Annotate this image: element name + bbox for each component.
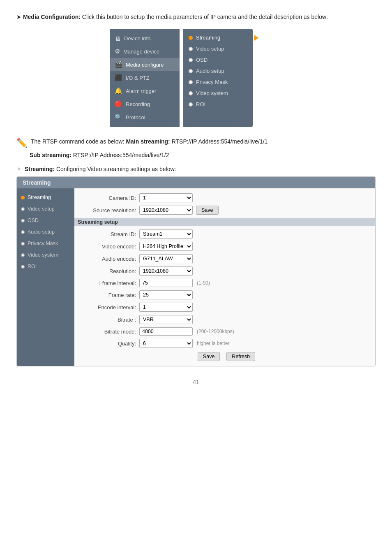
source-resolution-row: Source resolution: 1920x1080 1280x720 Sa… xyxy=(83,206,367,215)
rtsp-main-value: RTSP://IP Address:554/media/live/1/1 xyxy=(172,138,268,145)
streaming-setup-title: Streaming setup xyxy=(74,218,375,226)
bitrate-mode-hint: (200-12000kbps) xyxy=(197,329,234,334)
bitrate-mode-row: Bitrate mode: (200-12000kbps) xyxy=(83,327,367,336)
rtsp-main-label: Main streaming: xyxy=(126,138,170,145)
submenu-roi[interactable]: ROI xyxy=(183,99,253,110)
bitrate-mode-label: Bitrate mode: xyxy=(83,329,136,335)
menu-item-label: Device info. xyxy=(124,35,152,42)
sidebar-video-setup-dot xyxy=(21,207,25,211)
submenu-streaming[interactable]: Streaming xyxy=(183,32,253,43)
sidebar-video-setup-label: Video setup xyxy=(28,206,55,212)
panel-sidebar-osd[interactable]: OSD xyxy=(17,215,74,226)
submenu-audio-setup[interactable]: Audio setup xyxy=(183,65,253,76)
menu-item-device-info[interactable]: 🖥 Device info. xyxy=(110,32,180,45)
resolution-label: Resolution: xyxy=(83,268,136,274)
sidebar-osd-label: OSD xyxy=(28,218,39,223)
iframe-interval-control: (1-90) xyxy=(139,279,210,287)
video-encode-control: H264 High Profile H265 MJPEG xyxy=(139,242,193,251)
camera-id-select[interactable]: 1 2 xyxy=(139,193,193,202)
submenu-privacy-mask[interactable]: Privacy Mask xyxy=(183,76,253,88)
menu-left: 🖥 Device info. ⚙ Manage device 🎬 Media c… xyxy=(110,29,180,127)
sidebar-privacy-mask-label: Privacy Mask xyxy=(28,241,58,246)
panel-main: Camera ID: 1 2 Source resolution: 1920x1… xyxy=(74,188,375,366)
privacy-mask-dot xyxy=(189,80,193,84)
sub-streaming-note: Sub streaming: RTSP://IP Address:554/med… xyxy=(30,152,376,158)
intro-paragraph: ➤ Media Configuration: Click this button… xyxy=(16,12,376,21)
encode-interval-label: Encode interval: xyxy=(83,304,136,310)
resolution-row: Resolution: 1920x1080 1280x720 640x480 xyxy=(83,266,367,276)
sidebar-streaming-dot xyxy=(21,196,25,199)
menu-item-manage-device[interactable]: ⚙ Manage device xyxy=(110,45,180,58)
menu-item-label: I/O & PTZ xyxy=(126,75,150,81)
quality-row: Quality: 1234 56789 higher is better xyxy=(83,339,367,348)
camera-id-label: Camera ID: xyxy=(83,195,136,201)
quality-control: 1234 56789 higher is better xyxy=(139,339,229,348)
video-encode-row: Video encode: H264 High Profile H265 MJP… xyxy=(83,242,367,251)
video-setup-dot xyxy=(189,47,193,51)
stream-id-control: Stream1 Stream2 xyxy=(139,229,193,239)
encode-interval-row: Encode interval: 1 2 3 xyxy=(83,303,367,312)
iframe-interval-input[interactable] xyxy=(139,279,193,287)
refresh-button[interactable]: Refresh xyxy=(226,352,255,361)
sidebar-roi-dot xyxy=(21,265,25,269)
submenu-osd[interactable]: OSD xyxy=(183,54,253,65)
audio-setup-dot xyxy=(189,69,193,73)
panel-sidebar-streaming[interactable]: Streaming xyxy=(17,192,74,203)
menu-diagram: 🖥 Device info. ⚙ Manage device 🎬 Media c… xyxy=(110,29,282,127)
alarm-trigger-icon: 🔔 xyxy=(115,87,122,95)
frame-rate-select[interactable]: 25 30 15 10 5 xyxy=(139,290,193,299)
media-configure-icon: 🎬 xyxy=(115,61,122,68)
panel-sidebar-video-setup[interactable]: Video setup xyxy=(17,203,74,215)
intro-label: Media Configuration: xyxy=(23,14,81,20)
bitrate-row: Bitrate : VBR CBR xyxy=(83,315,367,324)
stream-id-select[interactable]: Stream1 Stream2 xyxy=(139,229,193,239)
resolution-select[interactable]: 1920x1080 1280x720 640x480 xyxy=(139,266,193,276)
streaming-description: Configuring Video streaming settings as … xyxy=(56,166,176,172)
frame-rate-label: Frame rate: xyxy=(83,292,136,298)
menu-item-label: Media configure xyxy=(126,62,164,68)
panel-sidebar-privacy-mask[interactable]: Privacy Mask xyxy=(17,238,74,249)
submenu-label: Privacy Mask xyxy=(196,79,228,85)
save-button[interactable]: Save xyxy=(198,352,220,361)
encode-interval-select[interactable]: 1 2 3 xyxy=(139,303,193,312)
submenu-video-system[interactable]: Video system xyxy=(183,88,253,99)
menu-item-label: Recording xyxy=(126,101,150,107)
menu-item-io-ptz[interactable]: ⬛ I/O & PTZ xyxy=(110,71,180,84)
panel-sidebar-roi[interactable]: ROI xyxy=(17,261,74,272)
source-resolution-save-button[interactable]: Save xyxy=(196,206,219,215)
bitrate-mode-input[interactable] xyxy=(139,327,193,336)
video-encode-select[interactable]: H264 High Profile H265 MJPEG xyxy=(139,242,193,251)
menu-item-protocol[interactable]: 🔍 Protocol xyxy=(110,111,180,124)
audio-encode-row: Audio encode: G711_ALAW G711_ULAW AAC xyxy=(83,254,367,263)
streaming-panel-header: Streaming xyxy=(17,177,375,188)
iframe-interval-label: I frame interval: xyxy=(83,280,136,286)
bitrate-select[interactable]: VBR CBR xyxy=(139,315,193,324)
sub-streaming-label: Sub streaming: xyxy=(30,152,71,158)
source-resolution-label: Source resolution: xyxy=(83,207,136,213)
sidebar-audio-setup-label: Audio setup xyxy=(28,229,55,235)
menu-item-alarm-trigger[interactable]: 🔔 Alarm trigger xyxy=(110,84,180,97)
sub-streaming-value: RTSP://IP Address:554/media/live/1/2 xyxy=(73,152,169,158)
streaming-dot xyxy=(189,36,193,40)
iframe-interval-row: I frame interval: (1-90) xyxy=(83,279,367,287)
encode-interval-control: 1 2 3 xyxy=(139,303,193,312)
iframe-interval-hint: (1-90) xyxy=(197,280,210,286)
quality-select[interactable]: 1234 56789 xyxy=(139,339,193,348)
rtsp-note: ✏️ The RTSP command code as below: Main … xyxy=(16,137,376,148)
source-resolution-select[interactable]: 1920x1080 1280x720 xyxy=(139,206,193,215)
submenu-video-setup[interactable]: Video setup xyxy=(183,43,253,54)
resolution-control: 1920x1080 1280x720 640x480 xyxy=(139,266,193,276)
arrow-icon: ➤ xyxy=(16,14,21,20)
menu-right: Streaming Video setup OSD Audio setup Pr… xyxy=(183,29,253,127)
sidebar-video-system-label: Video system xyxy=(28,252,58,258)
menu-item-recording[interactable]: 🔴 Recording xyxy=(110,97,180,111)
camera-id-control: 1 2 xyxy=(139,193,193,202)
menu-item-media-configure[interactable]: 🎬 Media configure xyxy=(110,58,180,71)
panel-sidebar-audio-setup[interactable]: Audio setup xyxy=(17,226,74,238)
panel-sidebar-video-system[interactable]: Video system xyxy=(17,249,74,261)
rtsp-prefix: The RTSP command code as below: xyxy=(31,138,125,145)
stream-id-label: Stream ID: xyxy=(83,231,136,237)
sidebar-streaming-label: Streaming xyxy=(28,195,51,200)
diamond-icon: ✧ xyxy=(16,166,21,172)
audio-encode-select[interactable]: G711_ALAW G711_ULAW AAC xyxy=(139,254,193,263)
